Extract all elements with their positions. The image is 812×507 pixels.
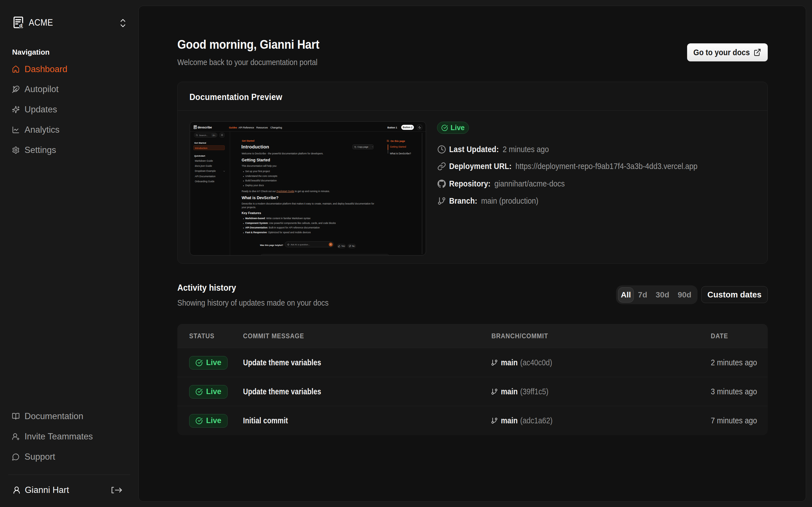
svg-text:d: d [195, 127, 197, 129]
svg-text:d: d [19, 22, 22, 29]
